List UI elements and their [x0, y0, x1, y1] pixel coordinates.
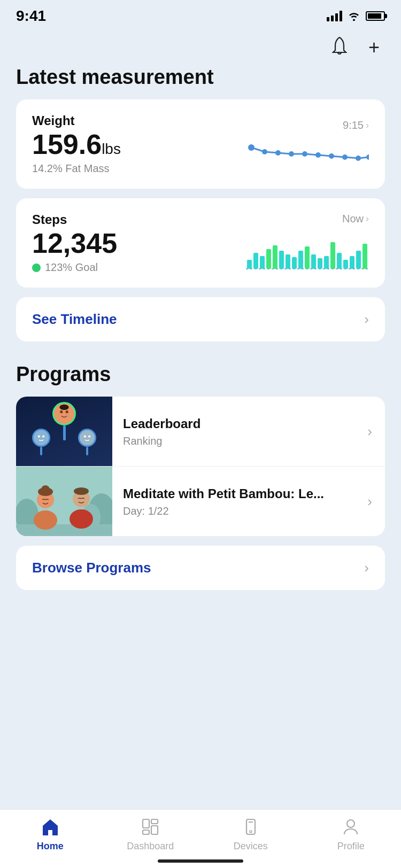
svg-point-47 — [41, 485, 50, 494]
meditate-program-sub: Day: 1/22 — [123, 505, 324, 517]
wifi-icon — [348, 11, 360, 21]
nav-dashboard-button[interactable]: Dashboard — [101, 816, 201, 852]
svg-point-1 — [262, 149, 267, 154]
leaderboard-program-name: Leaderboard — [123, 415, 200, 432]
svg-point-51 — [70, 509, 93, 529]
timeline-label: See Timeline — [32, 311, 117, 328]
steps-label: Steps — [32, 212, 117, 227]
svg-point-3 — [289, 151, 294, 157]
leaderboard-visual — [29, 402, 99, 461]
steps-card[interactable]: Steps 12,345 123% Goal Now › — [16, 198, 385, 288]
svg-rect-16 — [279, 251, 284, 269]
weight-sub: 14.2% Fat Mass — [32, 162, 121, 175]
svg-point-59 — [347, 820, 354, 827]
svg-rect-27 — [350, 256, 354, 269]
timeline-chevron-icon: › — [364, 311, 369, 328]
svg-point-6 — [329, 153, 334, 159]
svg-point-50 — [74, 487, 89, 495]
svg-point-31 — [60, 410, 63, 413]
svg-rect-17 — [286, 254, 290, 269]
svg-point-8 — [356, 156, 361, 161]
figure-left — [32, 429, 50, 455]
meditate-chevron-icon: › — [367, 493, 372, 510]
svg-rect-15 — [273, 245, 277, 269]
weight-sparkline — [246, 137, 369, 169]
browse-chevron-icon: › — [364, 560, 369, 576]
browse-programs-button[interactable]: Browse Programs › — [16, 546, 385, 590]
svg-point-36 — [42, 435, 44, 437]
svg-point-39 — [88, 435, 90, 437]
svg-point-38 — [84, 435, 86, 437]
svg-rect-23 — [324, 256, 329, 269]
steps-time: Now › — [342, 213, 369, 225]
svg-rect-54 — [151, 826, 158, 834]
svg-point-37 — [80, 430, 95, 445]
status-time: 9:41 — [16, 7, 46, 25]
weight-card-left: Weight 159.6lbs 14.2% Fat Mass — [32, 113, 121, 175]
weight-card-right: 9:15 › — [246, 119, 369, 169]
profile-icon — [340, 816, 361, 838]
svg-point-2 — [275, 150, 281, 156]
svg-rect-25 — [337, 253, 342, 269]
nav-devices-button[interactable]: Devices — [200, 816, 301, 852]
steps-value: 12,345 — [32, 229, 117, 257]
leaderboard-chevron-icon: › — [367, 423, 372, 440]
goal-dot — [32, 264, 41, 272]
programs-title: Programs — [16, 363, 385, 386]
svg-point-35 — [38, 435, 40, 437]
weight-card[interactable]: Weight 159.6lbs 14.2% Fat Mass 9:15 › — [16, 99, 385, 189]
signal-bars-icon — [327, 11, 342, 21]
latest-measurement-title: Latest measurement — [16, 66, 385, 89]
figure-right — [78, 429, 96, 455]
svg-rect-14 — [266, 249, 271, 269]
dashboard-nav-label: Dashboard — [127, 841, 174, 852]
weight-time: 9:15 › — [343, 119, 369, 131]
svg-rect-18 — [292, 257, 297, 269]
svg-rect-19 — [298, 251, 303, 269]
main-content: Latest measurement Weight 159.6lbs 14.2%… — [0, 66, 401, 660]
svg-point-32 — [66, 410, 68, 413]
meditate-thumbnail — [16, 467, 112, 536]
svg-rect-12 — [253, 253, 258, 269]
svg-rect-21 — [311, 254, 316, 269]
meditate-program-name: Meditate with Petit Bambou: Le... — [123, 485, 324, 502]
status-icons — [327, 11, 385, 21]
svg-rect-11 — [247, 260, 252, 269]
svg-point-33 — [59, 405, 68, 410]
meditate-illustration — [16, 467, 112, 536]
svg-rect-52 — [143, 819, 149, 828]
svg-rect-53 — [151, 819, 158, 824]
plus-icon: + — [368, 36, 380, 58]
leaderboard-program-item[interactable]: Leaderboard Ranking › — [16, 397, 385, 467]
leaderboard-program-details: Leaderboard Ranking — [123, 415, 200, 447]
home-indicator — [158, 859, 243, 863]
weight-value: 159.6lbs — [32, 130, 121, 158]
svg-rect-28 — [356, 251, 361, 269]
svg-rect-13 — [260, 256, 265, 269]
steps-chart — [246, 230, 369, 273]
svg-rect-44 — [16, 524, 112, 536]
bell-icon — [330, 36, 349, 57]
add-button[interactable]: + — [366, 36, 382, 59]
meditate-program-item[interactable]: Meditate with Petit Bambou: Le... Day: 1… — [16, 467, 385, 536]
svg-rect-55 — [143, 830, 149, 834]
notification-button[interactable] — [328, 34, 351, 60]
battery-icon — [366, 11, 385, 21]
svg-point-34 — [34, 430, 49, 445]
steps-card-left: Steps 12,345 123% Goal — [32, 212, 117, 274]
steps-sub: 123% Goal — [32, 261, 117, 274]
profile-nav-label: Profile — [337, 841, 365, 852]
home-nav-label: Home — [37, 841, 64, 852]
svg-point-7 — [342, 154, 348, 160]
steps-card-right: Now › — [246, 213, 369, 273]
svg-point-4 — [302, 151, 307, 157]
devices-nav-label: Devices — [234, 841, 268, 852]
browse-programs-label: Browse Programs — [32, 560, 151, 576]
home-icon — [40, 816, 61, 838]
weight-label: Weight — [32, 113, 121, 128]
see-timeline-button[interactable]: See Timeline › — [16, 297, 385, 342]
svg-rect-22 — [318, 258, 322, 269]
nav-profile-button[interactable]: Profile — [301, 816, 402, 852]
svg-point-9 — [366, 154, 369, 160]
nav-home-button[interactable]: Home — [0, 816, 101, 852]
